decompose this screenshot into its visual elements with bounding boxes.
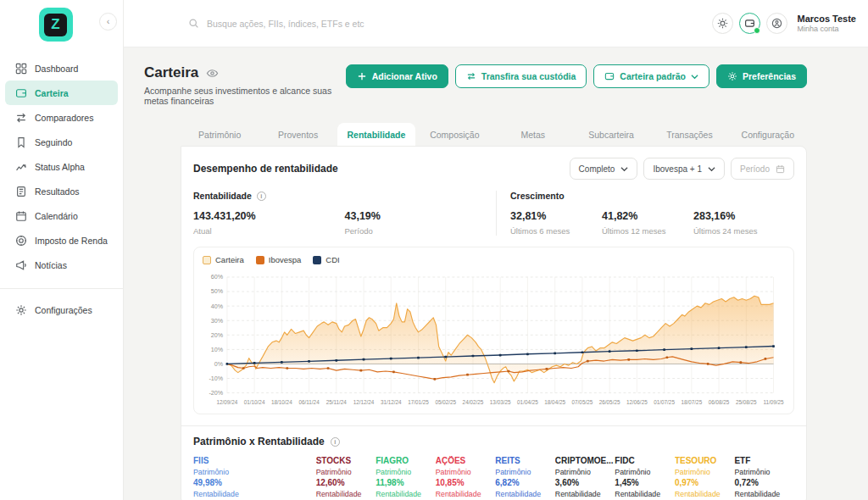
allocation-card-stocks[interactable]: STOCKSPatrimônio12,60%Rentabilidade159.2…: [316, 456, 376, 500]
allocation-name: FIIS: [193, 456, 316, 465]
filter-periodo[interactable]: Período: [731, 158, 794, 180]
svg-text:05/02/25: 05/02/25: [435, 399, 456, 405]
svg-text:06/11/24: 06/11/24: [298, 399, 320, 405]
svg-text:07/05/25: 07/05/25: [572, 399, 593, 405]
tab-metas[interactable]: Metas: [494, 123, 572, 146]
sidebar-item-calendario[interactable]: Calendário: [5, 203, 118, 228]
sidebar-divider: [0, 288, 123, 289]
sidebar-item-dashboard[interactable]: Dashboard: [5, 56, 118, 81]
transfira-custodia-button[interactable]: Transfira sua custódia: [455, 64, 587, 88]
svg-text:17/01/25: 17/01/25: [408, 399, 429, 405]
stat-value: 41,82%: [602, 210, 693, 222]
allocation-name: STOCKS: [316, 456, 376, 465]
svg-text:18/10/24: 18/10/24: [271, 399, 292, 405]
button-label: Transfira sua custódia: [481, 71, 576, 81]
filter-label: Ibovespa + 1: [653, 164, 702, 174]
tab-configuracao[interactable]: Configuração: [729, 123, 807, 146]
sidebar-collapse-button[interactable]: ‹: [99, 13, 117, 31]
legend-label: CDI: [326, 255, 339, 264]
topbar-actions: Marcos Teste Minha conta: [712, 13, 857, 34]
info-icon[interactable]: i: [331, 437, 340, 447]
allocation-card-fidc[interactable]: FIDCPatrimônio1,45%Rentabilidade2,19%: [615, 456, 675, 500]
legend-item-ibovespa[interactable]: Ibovespa: [256, 255, 302, 264]
allocation-name: FIAGRO: [376, 456, 436, 465]
stat-value: 32,81%: [510, 210, 602, 222]
tab-rentabilidade[interactable]: Rentabilidade: [337, 123, 415, 146]
patrimonio-label: Patrimônio: [615, 468, 675, 476]
sidebar-item-status-alpha[interactable]: Status Alpha: [5, 154, 118, 179]
allocation-card-fiagro[interactable]: FIAGROPatrimônio11,98%Rentabilidade9,41%: [376, 456, 436, 500]
stats-row: Rentabilidadei143.431,20%Atual43,19%Perí…: [193, 191, 794, 236]
sidebar-item-imposto-de-renda[interactable]: Imposto de Renda: [5, 228, 118, 253]
tab-composicao[interactable]: Composição: [415, 123, 493, 146]
tab-transacoes[interactable]: Transações: [650, 123, 728, 146]
sidebar-footer-nav: Configurações: [0, 297, 123, 322]
wallet-icon: [744, 18, 755, 29]
carteira-padrao-button[interactable]: Carteira padrão: [593, 64, 709, 88]
sidebar-item-configuracoes[interactable]: Configurações: [5, 297, 118, 322]
sidebar-item-seguindo[interactable]: Seguindo: [5, 130, 118, 154]
portfolio-quick-button[interactable]: [739, 13, 760, 34]
dashboard-icon: [15, 63, 27, 75]
allocation-card-fiis[interactable]: FIISPatrimônio49,98%Rentabilidade165,85%: [193, 456, 316, 500]
stat: 143.431,20%Atual: [193, 210, 345, 236]
account-button[interactable]: [766, 13, 787, 34]
tab-proventos[interactable]: Proventos: [259, 123, 337, 146]
allocation-card-criptomoe[interactable]: CRIPTOMOE...Patrimônio3,60%Rentabilidade…: [555, 456, 615, 500]
allocation-card-tesouro[interactable]: TESOUROPatrimônio0,97%Rentabilidade8,39%: [675, 456, 735, 500]
page-content: Carteira Acompanhe seus investimentos e …: [124, 47, 868, 500]
seguindo-icon: [15, 136, 27, 148]
allocation-card-aes[interactable]: AÇÕESPatrimônio10,85%Rentabilidade-94,65…: [436, 456, 496, 500]
search-input[interactable]: [207, 19, 461, 29]
button-label: Preferências: [743, 71, 796, 81]
svg-text:20%: 20%: [211, 332, 224, 339]
sidebar-item-comparadores[interactable]: Comparadores: [5, 105, 118, 130]
eye-icon[interactable]: [206, 67, 219, 80]
legend-item-cdi[interactable]: CDI: [313, 255, 339, 264]
sidebar: Z ‹ DashboardCarteiraComparadoresSeguind…: [0, 0, 124, 500]
theme-toggle-button[interactable]: [712, 13, 733, 34]
user-menu[interactable]: Marcos Teste Minha conta: [798, 14, 857, 33]
rentabilidade-label: Rentabilidade: [376, 490, 436, 498]
svg-text:01/10/24: 01/10/24: [244, 399, 265, 405]
legend-label: Ibovespa: [269, 255, 302, 264]
legend-swatch: [256, 256, 264, 264]
sidebar-item-noticias[interactable]: Notícias: [5, 253, 118, 277]
button-label: Carteira padrão: [620, 71, 686, 81]
tab-subcarteira[interactable]: Subcarteira: [572, 123, 650, 146]
tab-patrimonio[interactable]: Patrimônio: [181, 123, 259, 146]
user-subtitle: Minha conta: [798, 25, 857, 33]
patrimonio-label: Patrimônio: [436, 468, 496, 476]
patrimonio-label: Patrimônio: [734, 468, 794, 476]
rentabilidade-label: Rentabilidade: [615, 490, 675, 498]
preferencias-button[interactable]: Preferências: [716, 64, 807, 88]
patrimonio-value: 3,60%: [555, 478, 615, 487]
sidebar-item-label: Status Alpha: [35, 162, 85, 172]
sidebar-item-resultados[interactable]: Resultados: [5, 179, 118, 203]
filter-benchmark[interactable]: Ibovespa + 1: [643, 158, 725, 180]
page-subtitle: Acompanhe seus investimentos e alcance s…: [144, 86, 346, 106]
allocation-card-etf[interactable]: ETFPatrimônio0,72%Rentabilidade66,74%: [734, 456, 794, 500]
legend-swatch: [313, 256, 321, 264]
sidebar-item-label: Carteira: [35, 88, 69, 98]
legend-item-carteira[interactable]: Carteira: [203, 255, 244, 264]
info-icon[interactable]: i: [257, 192, 266, 201]
rentabilidade-label: Rentabilidade: [734, 490, 794, 498]
rentability-card: Desempenho de rentabilidade CompletoIbov…: [181, 146, 807, 500]
stat: 41,82%Últimos 12 meses: [602, 210, 693, 236]
filter-label: Período: [740, 164, 770, 174]
svg-text:-10%: -10%: [209, 375, 223, 382]
filter-completo[interactable]: Completo: [570, 158, 638, 180]
configuracoes-icon: [15, 304, 27, 316]
stat-value: 283,16%: [693, 210, 785, 222]
sidebar-item-carteira[interactable]: Carteira: [5, 81, 118, 105]
stat-label: Últimos 12 meses: [602, 226, 693, 236]
user-icon: [771, 18, 782, 29]
svg-text:06/08/25: 06/08/25: [709, 399, 730, 405]
allocation-card-reits[interactable]: REITSPatrimônio6,82%Rentabilidade-69,08%: [495, 456, 555, 500]
stat-value: 143.431,20%: [193, 210, 345, 222]
stat-value: 43,19%: [345, 210, 497, 222]
allocation-name: FIDC: [615, 456, 675, 465]
adicionar-ativo-button[interactable]: Adicionar Ativo: [346, 64, 448, 88]
allocation-name: ETF: [734, 456, 794, 465]
